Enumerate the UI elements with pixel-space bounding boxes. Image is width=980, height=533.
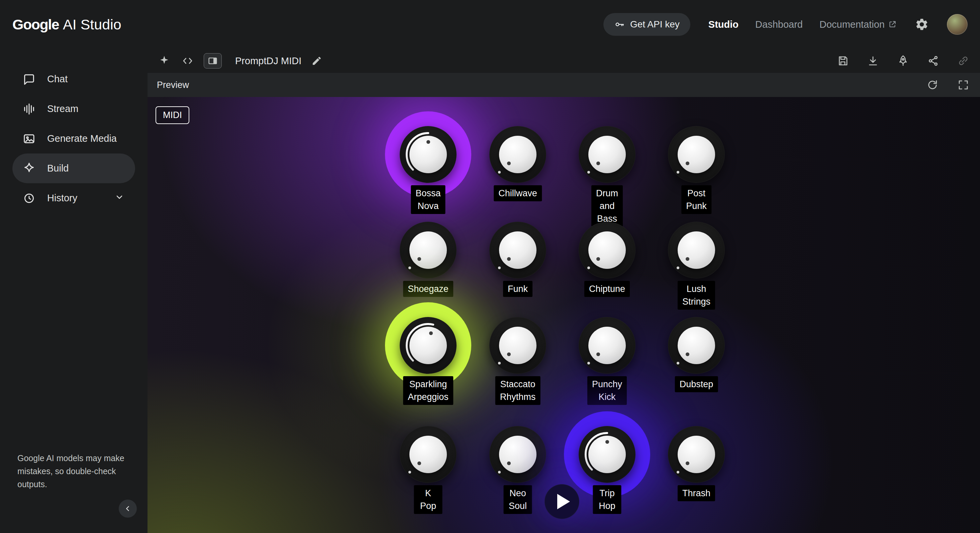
knob-body xyxy=(489,317,546,374)
knob-min-marker xyxy=(677,362,679,364)
top-bar: Google AI Studio Get API key Studio Dash… xyxy=(0,0,980,49)
knob-bossa-nova[interactable]: Bossa Nova xyxy=(400,126,457,183)
knob-min-marker xyxy=(498,362,501,364)
knob-shoegaze[interactable]: Shoegaze xyxy=(400,222,457,278)
knob-face xyxy=(588,136,626,173)
play-icon xyxy=(557,494,570,509)
code-icon xyxy=(181,55,194,67)
assistant-button[interactable] xyxy=(157,54,172,68)
nav-documentation[interactable]: Documentation xyxy=(819,19,897,30)
fullscreen-button[interactable] xyxy=(956,78,970,92)
app-logo[interactable]: Google AI Studio xyxy=(13,16,121,33)
knob-staccato-rhythms[interactable]: Staccato Rhythms xyxy=(489,317,546,374)
download-icon xyxy=(867,55,879,67)
logo-ai-studio-text: AI Studio xyxy=(63,16,121,33)
sidebar-item-build[interactable]: Build xyxy=(13,153,135,183)
knob-min-marker xyxy=(498,266,501,269)
knob-label: Shoegaze xyxy=(403,281,453,297)
knob-body xyxy=(400,426,457,483)
knob-body xyxy=(489,426,546,483)
knob-min-marker xyxy=(498,471,501,474)
knob-chillwave[interactable]: Chillwave xyxy=(489,126,546,183)
sidebar-item-history[interactable]: History xyxy=(13,183,135,213)
knob-drum-and-bass[interactable]: Drum and Bass xyxy=(579,126,635,183)
share-button[interactable] xyxy=(926,54,940,68)
knob-k-pop[interactable]: K Pop xyxy=(400,426,457,483)
sidebar-item-stream[interactable]: Stream xyxy=(13,94,135,124)
knob-face xyxy=(678,436,715,473)
preview-bar-actions xyxy=(925,78,970,92)
knob-face xyxy=(409,436,447,473)
code-view-button[interactable] xyxy=(180,54,195,68)
knob-body xyxy=(579,126,635,183)
settings-button[interactable] xyxy=(915,18,929,32)
knob-pointer-dot xyxy=(507,162,511,165)
sidebar-item-generate-media[interactable]: Generate Media xyxy=(13,124,135,153)
split-panel-icon xyxy=(207,56,218,66)
knob-funk[interactable]: Funk xyxy=(489,222,546,278)
knob-pointer-dot xyxy=(686,352,689,356)
knob-face xyxy=(409,327,447,364)
knob-pointer-dot xyxy=(417,257,421,261)
knob-min-marker xyxy=(677,171,679,173)
knob-min-marker xyxy=(498,171,501,173)
google-ai-studio-app: Google AI Studio Get API key Studio Dash… xyxy=(0,0,980,533)
knob-label: Chiptune xyxy=(584,281,630,297)
knob-label: K Pop xyxy=(414,485,442,514)
knob-body xyxy=(579,317,635,374)
knob-face xyxy=(499,436,536,473)
knob-body xyxy=(668,317,725,374)
sidebar-item-label: Chat xyxy=(47,73,68,84)
knob-label: Chillwave xyxy=(494,185,542,201)
knob-min-marker xyxy=(587,171,590,173)
fullscreen-icon xyxy=(957,79,969,91)
edit-title-button[interactable] xyxy=(310,54,323,68)
knob-pointer-dot xyxy=(507,257,511,261)
knob-body xyxy=(579,426,635,483)
sidebar-item-chat[interactable]: Chat xyxy=(13,64,135,94)
knob-label: Lush Strings xyxy=(678,281,715,310)
get-api-key-label: Get API key xyxy=(630,19,679,30)
nav-dashboard[interactable]: Dashboard xyxy=(755,19,803,30)
chat-icon xyxy=(22,73,36,86)
get-api-key-button[interactable]: Get API key xyxy=(603,13,690,36)
sidebar-item-label: Stream xyxy=(47,103,78,115)
knob-min-marker xyxy=(587,362,590,364)
knob-min-marker xyxy=(408,266,411,269)
knob-chiptune[interactable]: Chiptune xyxy=(579,222,635,278)
knob-neo-soul[interactable]: Neo Soul xyxy=(489,426,546,483)
save-button[interactable] xyxy=(835,54,850,68)
knob-pointer-dot xyxy=(429,331,433,335)
download-button[interactable] xyxy=(865,54,880,68)
refresh-button[interactable] xyxy=(925,78,940,92)
knob-sparkling-arpeggios[interactable]: Sparkling Arpeggios xyxy=(400,317,457,374)
pencil-icon xyxy=(312,56,322,66)
knob-pointer-dot xyxy=(597,352,600,356)
sidebar-item-label: Build xyxy=(47,163,69,174)
play-button[interactable] xyxy=(544,484,579,519)
knob-label: Thrash xyxy=(678,485,715,501)
knob-punchy-kick[interactable]: Punchy Kick xyxy=(579,317,635,374)
midi-button[interactable]: MIDI xyxy=(156,106,189,124)
knob-pointer-dot xyxy=(426,140,430,144)
knob-trip-hop[interactable]: Trip Hop xyxy=(579,426,635,483)
nav-studio[interactable]: Studio xyxy=(708,19,738,30)
knob-thrash[interactable]: Thrash xyxy=(668,426,725,483)
knob-face xyxy=(499,231,536,269)
knob-body xyxy=(400,222,457,278)
knob-label: Neo Soul xyxy=(504,485,532,514)
knob-lush-strings[interactable]: Lush Strings xyxy=(668,222,725,278)
knob-pointer-dot xyxy=(507,461,511,465)
knob-pointer-dot xyxy=(605,440,609,444)
knob-post-punk[interactable]: Post Punk xyxy=(668,126,725,183)
deploy-button[interactable] xyxy=(896,54,910,68)
knob-body xyxy=(489,126,546,183)
knob-face xyxy=(678,136,715,173)
preview-panel-toggle[interactable] xyxy=(204,53,222,68)
top-bar-actions: Get API key Studio Dashboard Documentati… xyxy=(603,13,967,36)
avatar[interactable] xyxy=(947,14,967,35)
knob-dubstep[interactable]: Dubstep xyxy=(668,317,725,374)
knob-face xyxy=(588,231,626,269)
sidebar-collapse-button[interactable] xyxy=(119,500,137,518)
link-button[interactable] xyxy=(956,54,970,68)
